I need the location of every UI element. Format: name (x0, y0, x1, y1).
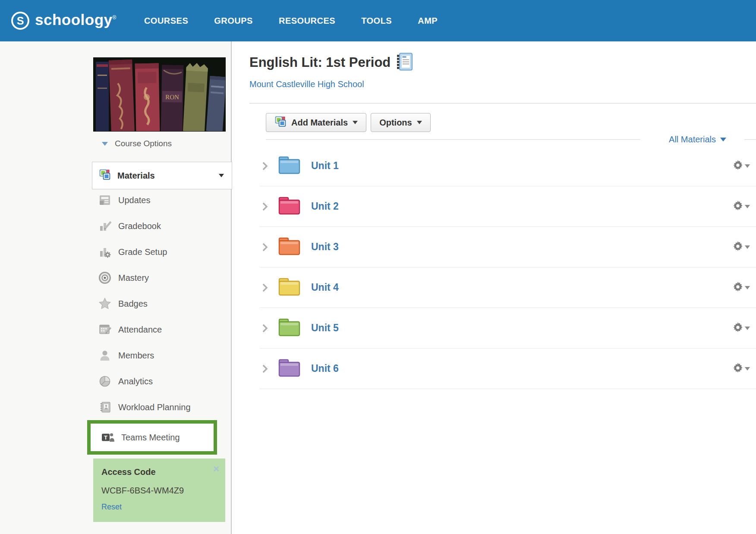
expand-chevron-icon[interactable] (259, 324, 268, 333)
course-options-label: Course Options (115, 139, 172, 148)
sidebar-item-badges[interactable]: Badges (92, 291, 232, 317)
expand-chevron-icon[interactable] (259, 162, 268, 170)
sidebar-item-grade-setup[interactable]: Grade Setup (92, 239, 232, 265)
options-label: Options (379, 118, 412, 128)
sidebar-item-label: Analytics (118, 377, 153, 386)
folder-icon[interactable] (278, 358, 301, 379)
unit-options-menu[interactable] (733, 282, 750, 294)
chevron-down-icon (219, 174, 224, 177)
nav-item-courses[interactable]: COURSES (144, 16, 188, 26)
sidebar-item-label: Workload Planning (118, 402, 191, 412)
materials-icon (99, 169, 111, 182)
expand-chevron-icon[interactable] (259, 283, 268, 292)
expand-chevron-icon[interactable] (259, 202, 268, 211)
access-code-panel: Access Code × WCBF-6BS4-WM4Z9 Reset (93, 459, 225, 522)
school-link[interactable]: Mount Castleville High School (249, 79, 364, 89)
sidebar-item-attendance[interactable]: Attendance (92, 317, 232, 342)
folder-icon[interactable] (278, 196, 301, 217)
sidebar-item-workload-planning[interactable]: Workload Planning (92, 394, 232, 420)
chevron-down-icon (745, 245, 750, 249)
svg-text:T: T (104, 434, 107, 441)
unit-options-menu[interactable] (733, 160, 750, 172)
analytics-icon (98, 375, 112, 388)
unit-link[interactable]: Unit 4 (311, 282, 339, 293)
members-icon (98, 349, 112, 362)
unit-link[interactable]: Unit 5 (311, 322, 339, 334)
unit-link[interactable]: Unit 6 (311, 363, 339, 374)
unit-link[interactable]: Unit 2 (311, 201, 339, 212)
sidebar-item-analytics[interactable]: Analytics (92, 368, 232, 394)
divider (249, 103, 756, 104)
sidebar-item-updates[interactable]: Updates (92, 187, 232, 213)
schoology-s-icon: S (11, 12, 29, 30)
nav-item-resources[interactable]: RESOURCES (279, 16, 335, 26)
materials-filter-row: All Materials (266, 133, 756, 146)
teams-icon: T (101, 431, 115, 444)
folder-icon[interactable] (278, 237, 301, 258)
updates-icon (98, 194, 112, 207)
unit-row: Unit 1 (260, 146, 756, 186)
gear-icon (733, 201, 743, 213)
sidebar-item-teams-meeting[interactable]: T Teams Meeting (87, 420, 217, 455)
sidebar-item-materials[interactable]: Materials (92, 162, 232, 189)
chevron-down-icon[interactable] (720, 138, 726, 141)
sidebar-nav: Updates Gradebook Grade Setup (92, 187, 232, 455)
sidebar-item-mastery[interactable]: Mastery (92, 265, 232, 291)
add-materials-label: Add Materials (291, 118, 348, 128)
notebook-icon (397, 53, 413, 72)
sidebar-item-label: Grade Setup (118, 247, 167, 257)
access-code-value: WCBF-6BS4-WM4Z9 (101, 486, 217, 496)
top-navbar: S schoology® COURSES GROUPS RESOURCES TO… (0, 0, 756, 41)
expand-chevron-icon[interactable] (259, 243, 268, 251)
page-title: English Lit: 1st Period (249, 55, 391, 70)
workload-planning-icon (98, 401, 112, 414)
chevron-down-icon (745, 286, 750, 289)
folder-icon[interactable] (278, 277, 301, 298)
unit-row: Unit 6 (260, 349, 756, 389)
registered-mark: ® (113, 15, 117, 21)
sidebar-item-label: Attendance (118, 325, 162, 335)
svg-text:RON: RON (165, 94, 179, 101)
sidebar-item-label: Gradebook (118, 221, 161, 231)
divider (266, 139, 640, 140)
access-code-reset-link[interactable]: Reset (101, 503, 122, 512)
chevron-down-icon (745, 205, 750, 208)
sidebar-item-label: Updates (118, 195, 151, 205)
course-options-toggle[interactable]: Course Options (102, 139, 172, 148)
unit-options-menu[interactable] (733, 322, 750, 334)
unit-options-menu[interactable] (733, 201, 750, 213)
sidebar-item-members[interactable]: Members (92, 342, 232, 368)
nav-item-groups[interactable]: GROUPS (214, 16, 253, 26)
course-profile-image[interactable]: RON (93, 57, 226, 132)
mastery-icon (98, 271, 112, 284)
expand-chevron-icon[interactable] (259, 364, 268, 373)
brand-name: schoology® (35, 11, 117, 28)
sidebar-item-label: Mastery (118, 273, 149, 283)
unit-link[interactable]: Unit 1 (311, 160, 339, 172)
unit-row: Unit 2 (260, 186, 756, 227)
units-list: Unit 1 Unit 2 Unit 3 (260, 146, 756, 389)
attendance-icon (98, 323, 112, 336)
materials-toolbar: Add Materials Options (266, 113, 431, 132)
nav-item-amp[interactable]: AMP (418, 16, 438, 26)
folder-icon[interactable] (278, 318, 301, 339)
gear-icon (733, 282, 743, 294)
schoology-logo[interactable]: S schoology® (11, 12, 117, 30)
unit-options-menu[interactable] (733, 363, 750, 375)
nav-item-tools[interactable]: TOOLS (361, 16, 392, 26)
sidebar-item-gradebook[interactable]: Gradebook (92, 213, 232, 239)
unit-options-menu[interactable] (733, 241, 750, 253)
sidebar-item-label: Badges (118, 299, 148, 309)
close-icon[interactable]: × (213, 464, 219, 474)
unit-link[interactable]: Unit 3 (311, 241, 339, 253)
options-button[interactable]: Options (371, 113, 431, 132)
all-materials-filter[interactable]: All Materials (669, 135, 716, 144)
folder-icon[interactable] (278, 156, 301, 176)
gradebook-icon (98, 220, 112, 232)
access-code-title: Access Code (101, 467, 217, 477)
unit-row: Unit 3 (260, 227, 756, 267)
gear-icon (733, 160, 743, 172)
badges-icon (98, 297, 112, 310)
unit-row: Unit 5 (260, 308, 756, 349)
add-materials-button[interactable]: Add Materials (266, 113, 366, 132)
